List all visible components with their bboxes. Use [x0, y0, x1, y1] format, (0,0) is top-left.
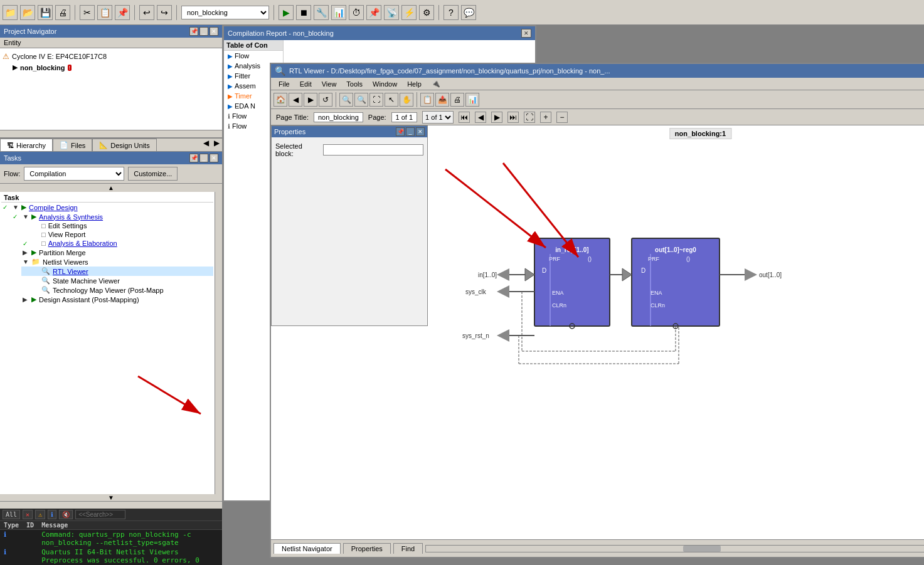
menu-file[interactable]: File	[273, 79, 295, 89]
toolbar-btn-save[interactable]: 💾	[38, 5, 53, 20]
rtl-btn-refresh[interactable]: ↺	[319, 93, 332, 107]
task-expand-netlist[interactable]: ▼	[23, 258, 29, 265]
task-scroll-up[interactable]: ▲	[108, 184, 114, 191]
msg-all-btn[interactable]: All	[3, 510, 20, 519]
customize-btn[interactable]: Customize...	[128, 167, 178, 181]
msg-suppress-btn[interactable]: 🔇	[59, 510, 73, 519]
entity-tab[interactable]: Entity	[4, 39, 21, 46]
task-expand-design[interactable]: ▶	[23, 296, 29, 303]
task-scroll-down[interactable]: ▼	[108, 494, 114, 501]
selected-block-value[interactable]	[323, 144, 423, 156]
task-h-scrollbar[interactable]	[0, 501, 222, 509]
rtl-btn-print[interactable]: 🖨	[450, 93, 464, 107]
prop-close-btn[interactable]: ✕	[416, 127, 425, 136]
cyclone-device-item[interactable]: ⚠ Cyclone IV E: EP4CE10F17C8	[3, 51, 220, 62]
rtl-btn-export[interactable]: 📤	[435, 93, 449, 107]
toolbar-btn-signaltap[interactable]: 📡	[384, 5, 399, 20]
tab-prev-btn[interactable]: ◀	[201, 139, 211, 151]
toolbar-btn-stop[interactable]: ⏹	[296, 5, 311, 20]
toolbar-btn-info[interactable]: 💬	[461, 5, 476, 20]
pn-min-btn[interactable]: _	[199, 27, 208, 36]
msg-error-btn[interactable]: ✕	[23, 510, 33, 519]
tab-next-btn[interactable]: ▶	[211, 139, 222, 151]
rtl-btn-zoomout[interactable]: 🔍	[354, 93, 368, 107]
rtl-btn-extra[interactable]: 📊	[465, 93, 479, 107]
page-last-btn[interactable]: ⏭	[507, 112, 519, 123]
pn-pin-btn[interactable]: 📌	[189, 27, 198, 36]
task-item-elaboration[interactable]: ✓ □ Analysis & Elaboration	[21, 239, 213, 248]
page-dropdown[interactable]: 1 of 1	[422, 111, 454, 124]
task-item-rtl-viewer[interactable]: 🔍 RTL Viewer	[21, 267, 213, 276]
task-item-analysis-synthesis[interactable]: ✓ ▼ ▶ Analysis & Synthesis	[11, 212, 213, 221]
toolbar-btn-compile[interactable]: ▶	[279, 5, 294, 20]
msg-warn-btn[interactable]: ⚠	[35, 510, 45, 519]
toolbar-btn-analyze[interactable]: 🔧	[314, 5, 329, 20]
pn-close-btn[interactable]: ✕	[210, 27, 218, 36]
task-expand-partition[interactable]: ▶	[23, 249, 29, 256]
toolbar-btn-open[interactable]: 📂	[20, 5, 35, 20]
toolbar-btn-new[interactable]: 📁	[3, 5, 18, 20]
task-item-design-assistant[interactable]: ▶ ▶ Design Assistant (Post-Mapping)	[11, 295, 213, 304]
rtl-btn-netlist-nav[interactable]: 📋	[420, 93, 434, 107]
toc-item-flow-0[interactable]: ▶ Flow	[224, 51, 283, 61]
rtl-btn-forward[interactable]: ▶	[304, 93, 317, 107]
flow-combo[interactable]: Compilation	[24, 167, 124, 181]
toolbar-btn-program[interactable]: ⚡	[401, 5, 417, 20]
rtl-h-scrollbar[interactable]	[425, 545, 924, 552]
task-expand-compile[interactable]: ▼	[13, 204, 19, 211]
project-item[interactable]: ▶ non_blocking !	[13, 62, 220, 73]
tab-hierarchy[interactable]: 🏗 Hierarchy	[0, 139, 53, 151]
rtl-tab-find[interactable]: Find	[393, 543, 423, 554]
cr-close-btn[interactable]: ✕	[521, 29, 531, 38]
task-expand-analysis[interactable]: ▼	[23, 213, 29, 220]
page-zoom-in[interactable]: +	[540, 112, 551, 123]
toolbar-btn-pin[interactable]: 📌	[366, 5, 381, 20]
tasks-min-btn[interactable]: _	[199, 154, 208, 162]
task-item-state-machine[interactable]: 🔍 State Machine Viewer	[21, 276, 213, 285]
rtl-tab-netlist[interactable]: Netlist Navigator	[273, 543, 341, 554]
toolbar-btn-cut[interactable]: ✂	[80, 5, 95, 20]
msg-info-btn[interactable]: ℹ	[48, 510, 56, 519]
menu-tools[interactable]: Tools	[341, 79, 368, 89]
rtl-btn-pan[interactable]: ✋	[400, 93, 413, 107]
toolbar-btn-print[interactable]: 🖨	[55, 5, 70, 20]
toolbar-btn-settings[interactable]: ⚙	[419, 5, 434, 20]
task-item-netlist-viewers[interactable]: ▼ 📁 Netlist Viewers	[11, 257, 213, 267]
task-item-edit-settings[interactable]: □ Edit Settings	[21, 221, 213, 230]
menu-plugin[interactable]: 🔌	[427, 78, 445, 89]
task-item-partition-merge[interactable]: ▶ ▶ Partition Merge	[11, 248, 213, 257]
toolbar-btn-undo[interactable]: ↩	[139, 5, 154, 20]
toolbar-btn-paste[interactable]: 📌	[115, 5, 130, 20]
tab-files[interactable]: 📄 Files	[53, 139, 92, 151]
tab-design-units[interactable]: 📐 Design Units	[92, 139, 156, 151]
toolbar-btn-help[interactable]: ?	[443, 5, 459, 20]
page-zoom-fit[interactable]: ⛶	[524, 112, 535, 123]
menu-edit[interactable]: Edit	[295, 79, 317, 89]
task-item-view-report[interactable]: □ View Report	[21, 230, 213, 239]
rtl-tab-properties[interactable]: Properties	[343, 543, 391, 554]
tasks-pin-btn[interactable]: 📌	[189, 154, 198, 162]
menu-window[interactable]: Window	[368, 79, 402, 89]
tasks-close-btn[interactable]: ✕	[210, 154, 218, 162]
page-first-btn[interactable]: ⏮	[459, 112, 470, 123]
prop-pin-btn[interactable]: 📌	[396, 127, 405, 136]
rtl-btn-zoomin[interactable]: 🔍	[339, 93, 353, 107]
page-zoom-out[interactable]: −	[556, 112, 568, 123]
toolbar-btn-redo[interactable]: ↪	[157, 5, 172, 20]
pn-h-scrollbar[interactable]	[0, 130, 222, 137]
toolbar-btn-rtl[interactable]: 📊	[331, 5, 346, 20]
project-dropdown[interactable]: non_blocking	[181, 6, 269, 19]
menu-view[interactable]: View	[317, 79, 342, 89]
toolbar-btn-timing[interactable]: ⏱	[349, 5, 364, 20]
msg-search-input[interactable]	[75, 510, 125, 519]
page-prev-btn[interactable]: ◀	[475, 112, 486, 123]
prop-min-btn[interactable]: _	[406, 127, 415, 136]
menu-help[interactable]: Help	[402, 79, 427, 89]
task-item-tech-map[interactable]: 🔍 Technology Map Viewer (Post-Mapp	[21, 285, 213, 295]
page-next-btn[interactable]: ▶	[491, 112, 502, 123]
rtl-btn-home[interactable]: 🏠	[273, 93, 287, 107]
rtl-btn-fit[interactable]: ⛶	[369, 93, 383, 107]
rtl-btn-select[interactable]: ↖	[385, 93, 398, 107]
rtl-btn-back[interactable]: ◀	[289, 93, 302, 107]
task-item-compile-design[interactable]: ✓ ▼ ▶ Compile Design	[1, 203, 213, 212]
